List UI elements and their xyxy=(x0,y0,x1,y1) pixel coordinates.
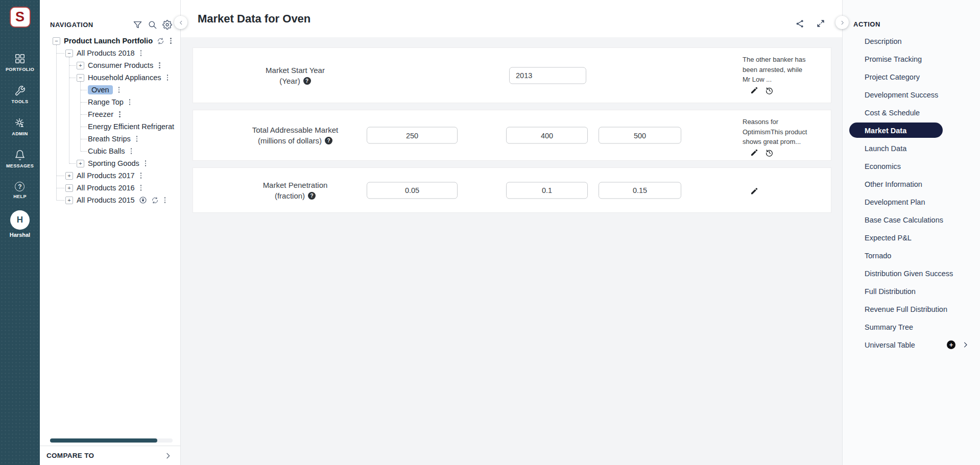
kebab-menu-icon[interactable] xyxy=(135,135,139,143)
action-item-market-data[interactable]: Market Data xyxy=(843,121,980,139)
action-item-base-case-calculations[interactable]: Base Case Calculations xyxy=(843,211,980,229)
action-item-description[interactable]: Description xyxy=(843,32,980,50)
collapse-node-icon[interactable]: − xyxy=(53,37,60,45)
collapse-node-icon[interactable]: − xyxy=(65,50,73,57)
tree-item-label[interactable]: Freezer xyxy=(88,110,113,119)
kebab-menu-icon[interactable] xyxy=(117,86,121,94)
navigation-scrollbar-track[interactable] xyxy=(50,438,173,443)
tree-item-label[interactable]: Range Top xyxy=(88,97,124,107)
tree-item-oven[interactable]: Oven xyxy=(40,84,180,96)
kebab-menu-icon[interactable] xyxy=(118,110,122,118)
search-icon[interactable] xyxy=(148,20,157,30)
tree-item-all-products-2015[interactable]: +All Products 2015 xyxy=(40,194,180,206)
kebab-menu-icon[interactable] xyxy=(128,98,132,106)
market-penetration-input-3[interactable] xyxy=(599,182,681,199)
expand-node-icon[interactable]: + xyxy=(65,197,73,204)
tree-item-cubic-balls[interactable]: Cubic Balls xyxy=(40,145,180,157)
rail-item-admin[interactable]: ADMIN xyxy=(12,117,28,136)
tree-item-consumer-products[interactable]: +Consumer Products xyxy=(40,59,180,71)
kebab-menu-icon[interactable] xyxy=(130,147,133,155)
tree-item-all-products-2016[interactable]: +All Products 2016 xyxy=(40,182,180,194)
action-item-cost-schedule[interactable]: Cost & Schedule xyxy=(843,104,980,121)
tree-item-label[interactable]: All Products 2017 xyxy=(77,171,135,180)
expand-node-icon[interactable]: + xyxy=(65,184,73,192)
action-item-other-information[interactable]: Other Information xyxy=(843,175,980,193)
action-item-economics[interactable]: Economics xyxy=(843,157,980,175)
total-addressable-market-input-2[interactable] xyxy=(506,127,588,144)
kebab-menu-icon[interactable] xyxy=(163,196,167,204)
action-item-development-plan[interactable]: Development Plan xyxy=(843,193,980,211)
rail-item-tools[interactable]: TOOLS xyxy=(12,85,29,104)
expand-node-icon[interactable]: + xyxy=(77,62,84,69)
expand-node-icon[interactable]: + xyxy=(77,160,84,167)
kebab-menu-icon[interactable] xyxy=(139,49,143,57)
action-item-summary-tree[interactable]: Summary Tree xyxy=(843,318,980,336)
collapse-navigation-button[interactable] xyxy=(174,16,187,29)
tree-item-all-products-2017[interactable]: +All Products 2017 xyxy=(40,169,180,182)
tree-item-label[interactable]: Consumer Products xyxy=(88,61,153,70)
tree-item-label[interactable]: Oven xyxy=(88,85,113,94)
kebab-menu-icon[interactable] xyxy=(139,172,143,180)
action-item-full-distribution[interactable]: Full Distribution xyxy=(843,282,980,300)
expand-node-icon[interactable]: + xyxy=(65,172,73,180)
tree-item-sporting-goods[interactable]: +Sporting Goods xyxy=(40,157,180,169)
action-item-revenue-full-distribution[interactable]: Revenue Full Distribution xyxy=(843,300,980,318)
help-icon[interactable] xyxy=(325,137,332,144)
kebab-menu-icon[interactable] xyxy=(169,37,173,45)
tree-item-label[interactable]: Product Launch Portfolio xyxy=(64,36,153,45)
rail-item-portfolio[interactable]: PORTFOLIO xyxy=(6,53,34,72)
edit-pencil-icon[interactable] xyxy=(750,187,758,195)
tree-item-label[interactable]: Breath Strips xyxy=(88,134,131,143)
tree-item-all-products-2018[interactable]: −All Products 2018 xyxy=(40,47,180,59)
plus-circle-icon[interactable] xyxy=(947,340,955,349)
sync-icon[interactable] xyxy=(151,197,159,204)
collapse-node-icon[interactable]: − xyxy=(77,74,84,82)
kebab-menu-icon[interactable] xyxy=(144,159,148,167)
total-addressable-market-input-3[interactable] xyxy=(599,127,681,144)
help-icon[interactable] xyxy=(303,77,311,85)
tree-item-product-launch-portfolio[interactable]: −Product Launch Portfolio xyxy=(40,35,180,47)
tree-item-label[interactable]: All Products 2015 xyxy=(77,195,135,205)
filter-icon[interactable] xyxy=(133,20,142,30)
action-item-promise-tracking[interactable]: Promise Tracking xyxy=(843,50,980,68)
kebab-menu-icon[interactable] xyxy=(166,74,170,82)
action-item-development-success[interactable]: Development Success xyxy=(843,86,980,104)
action-item-distribution-given-success[interactable]: Distribution Given Success xyxy=(843,264,980,282)
tree-item-label[interactable]: Cubic Balls xyxy=(88,146,125,156)
tree-item-energy-efficient-refrigerat[interactable]: Energy Efficient Refrigerat xyxy=(40,120,180,133)
tree-item-label[interactable]: All Products 2018 xyxy=(77,48,135,58)
chevron-right-icon[interactable] xyxy=(164,452,172,460)
app-logo[interactable]: S xyxy=(10,7,31,28)
share-icon[interactable] xyxy=(795,19,805,29)
action-item-project-category[interactable]: Project Category xyxy=(843,68,980,86)
kebab-menu-icon[interactable] xyxy=(139,184,143,192)
tree-item-household-appliances[interactable]: −Household Appliances xyxy=(40,71,180,84)
rail-item-messages[interactable]: MESSAGES xyxy=(6,150,34,168)
kebab-menu-icon[interactable] xyxy=(158,61,161,69)
collapse-action-panel-button[interactable] xyxy=(835,16,849,29)
expand-icon[interactable] xyxy=(816,19,825,29)
market-start-year-input-1[interactable] xyxy=(509,67,586,84)
edit-pencil-icon[interactable] xyxy=(750,86,758,95)
rail-item-help[interactable]: ? HELP xyxy=(13,182,27,199)
tree-item-label[interactable]: Energy Efficient Refrigerat xyxy=(88,122,174,131)
action-item-expected-p-l[interactable]: Expected P&L xyxy=(843,229,980,247)
market-penetration-input-2[interactable] xyxy=(506,182,588,199)
total-addressable-market-input-1[interactable] xyxy=(367,127,458,144)
edit-pencil-icon[interactable] xyxy=(750,149,758,157)
tree-item-range-top[interactable]: Range Top xyxy=(40,96,180,108)
help-icon[interactable] xyxy=(308,192,316,200)
history-icon[interactable] xyxy=(765,86,774,95)
market-penetration-input-1[interactable] xyxy=(367,182,458,199)
history-icon[interactable] xyxy=(765,149,774,157)
compare-to-bar[interactable]: COMPARE TO xyxy=(40,446,180,465)
tree-item-label[interactable]: Sporting Goods xyxy=(88,159,139,168)
action-item-universal-table[interactable]: Universal Table xyxy=(843,336,980,354)
action-item-launch-data[interactable]: Launch Data xyxy=(843,139,980,157)
action-item-tornado[interactable]: Tornado xyxy=(843,247,980,264)
user-menu[interactable]: H Harshal xyxy=(10,210,30,238)
navigation-scrollbar-thumb[interactable] xyxy=(50,438,157,443)
tree-item-freezer[interactable]: Freezer xyxy=(40,108,180,120)
sync-icon[interactable] xyxy=(157,37,164,45)
avatar[interactable]: H xyxy=(10,210,30,230)
